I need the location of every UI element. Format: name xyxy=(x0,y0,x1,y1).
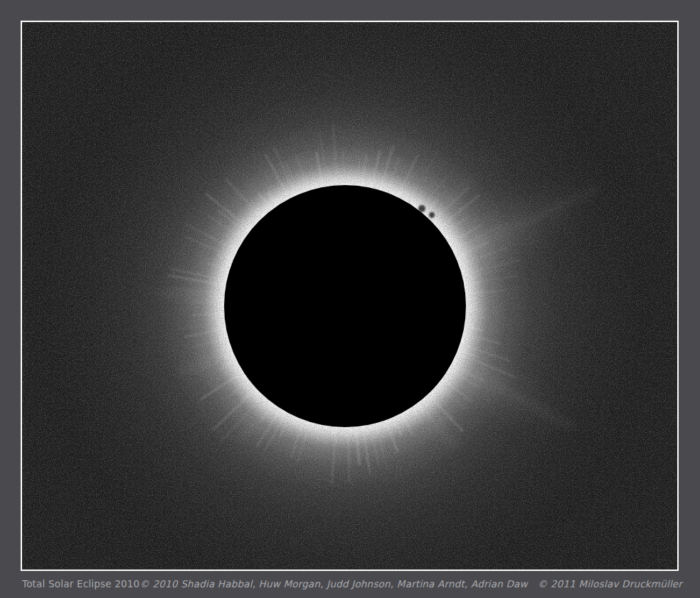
credit-photographers: © 2010 Shadia Habbal, Huw Morgan, Judd J… xyxy=(139,578,527,589)
credit-processing: © 2011 Miloslav Druckmüller xyxy=(538,578,682,589)
caption-credits: © 2010 Shadia Habbal, Huw Morgan, Judd J… xyxy=(139,578,682,589)
window-frame: Total Solar Eclipse 2010 © 2010 Shadia H… xyxy=(0,0,700,598)
caption-title: Total Solar Eclipse 2010 xyxy=(22,578,139,589)
eclipse-image xyxy=(22,22,677,570)
eclipse-photo xyxy=(21,21,679,571)
caption-bar: Total Solar Eclipse 2010 © 2010 Shadia H… xyxy=(22,572,677,596)
moon-disk xyxy=(224,185,466,427)
